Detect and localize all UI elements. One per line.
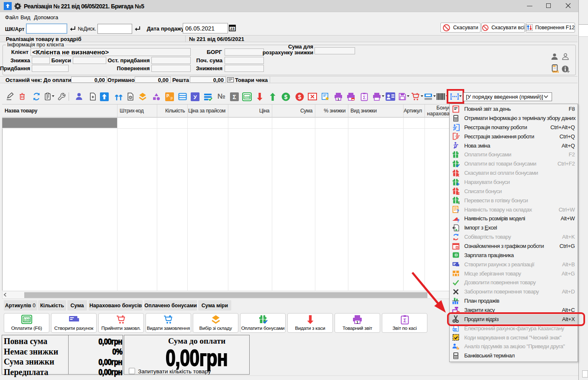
svg-text:Σ: Σ: [403, 318, 406, 324]
svg-text:Σ: Σ: [233, 94, 236, 100]
svg-text:$: $: [458, 201, 460, 204]
svg-text:-: -: [169, 94, 170, 98]
svg-text:У: У: [193, 94, 197, 100]
svg-text:1: 1: [356, 320, 358, 324]
svg-text:SMS: SMS: [552, 70, 559, 74]
svg-text:$: $: [284, 94, 287, 100]
svg-text:23: 23: [230, 27, 234, 31]
svg-text:Σ: Σ: [363, 95, 366, 100]
svg-text:$: $: [298, 94, 302, 100]
svg-text:100: 100: [244, 95, 250, 99]
svg-text:100: 100: [23, 318, 30, 322]
svg-text:1: 1: [337, 97, 340, 101]
svg-text:p: p: [171, 96, 173, 100]
svg-text:ЭСФ: ЭСФ: [452, 328, 458, 331]
